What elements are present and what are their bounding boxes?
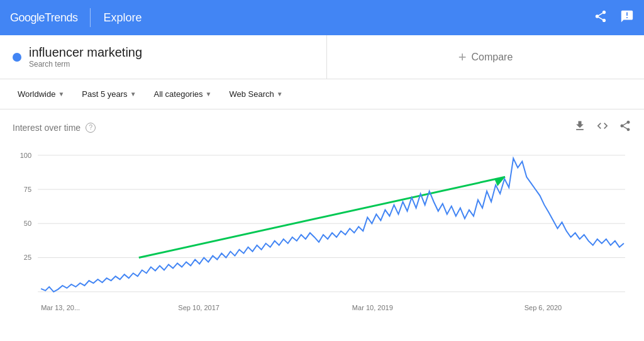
app-header: GoogleTrends Explore — [0, 0, 644, 35]
search-type-label: Web Search — [229, 89, 274, 99]
category-label: All categories — [154, 89, 203, 99]
chart-actions — [574, 120, 631, 135]
explore-label: Explore — [103, 11, 142, 25]
chart-help-icon[interactable]: ? — [86, 123, 96, 133]
category-dropdown-icon: ▼ — [206, 91, 212, 98]
compare-label: Compare — [472, 52, 513, 63]
trend-chart: 100 75 50 25 Mar 13, 20... Sep 10, 2017 … — [13, 143, 631, 329]
download-icon[interactable] — [574, 120, 586, 135]
search-type-dropdown-icon: ▼ — [277, 91, 283, 98]
search-term-text: influencer marketing Search term — [29, 45, 142, 69]
svg-text:Mar 10, 2019: Mar 10, 2019 — [352, 304, 393, 311]
svg-text:50: 50 — [24, 220, 31, 227]
svg-text:Mar 13, 20...: Mar 13, 20... — [41, 304, 80, 311]
share-chart-icon[interactable] — [619, 120, 631, 135]
chart-header: Interest over time ? — [13, 120, 631, 135]
embed-icon[interactable] — [596, 120, 609, 135]
logo: GoogleTrends — [10, 11, 77, 25]
logo-text: GoogleTrends — [10, 11, 77, 25]
svg-text:Sep 6, 2020: Sep 6, 2020 — [525, 304, 562, 311]
search-term-box: influencer marketing Search term — [0, 35, 327, 79]
header-icons — [594, 9, 634, 26]
location-dropdown-icon: ▼ — [58, 91, 64, 98]
search-term-type: Search term — [29, 60, 142, 69]
svg-line-13 — [139, 177, 505, 257]
time-range-dropdown-icon: ▼ — [130, 91, 136, 98]
svg-text:75: 75 — [24, 186, 31, 193]
logo-trends: Trends — [45, 11, 77, 24]
share-icon[interactable] — [594, 9, 608, 26]
svg-text:25: 25 — [24, 254, 31, 262]
location-label: Worldwide — [18, 89, 55, 99]
chart-title-group: Interest over time ? — [13, 123, 96, 133]
svg-text:Sep 10, 2017: Sep 10, 2017 — [178, 304, 219, 311]
search-section: influencer marketing Search term + Compa… — [0, 35, 644, 79]
search-type-filter[interactable]: Web Search ▼ — [221, 86, 290, 103]
location-filter[interactable]: Worldwide ▼ — [10, 86, 72, 103]
feedback-icon[interactable] — [620, 9, 634, 26]
time-range-filter[interactable]: Past 5 years ▼ — [74, 86, 143, 103]
filter-bar: Worldwide ▼ Past 5 years ▼ All categorie… — [0, 79, 644, 109]
chart-section: Interest over time ? — [0, 109, 644, 341]
search-dot — [13, 53, 21, 62]
logo-google: Google — [10, 11, 45, 24]
time-range-label: Past 5 years — [82, 89, 127, 99]
compare-plus-icon: + — [458, 49, 467, 65]
header-divider — [90, 8, 91, 27]
chart-title: Interest over time — [13, 123, 80, 133]
chart-container: 100 75 50 25 Mar 13, 20... Sep 10, 2017 … — [13, 143, 631, 329]
compare-box[interactable]: + Compare — [327, 35, 644, 79]
category-filter[interactable]: All categories ▼ — [147, 86, 219, 103]
search-term-label[interactable]: influencer marketing — [29, 45, 142, 60]
svg-text:100: 100 — [20, 152, 31, 159]
